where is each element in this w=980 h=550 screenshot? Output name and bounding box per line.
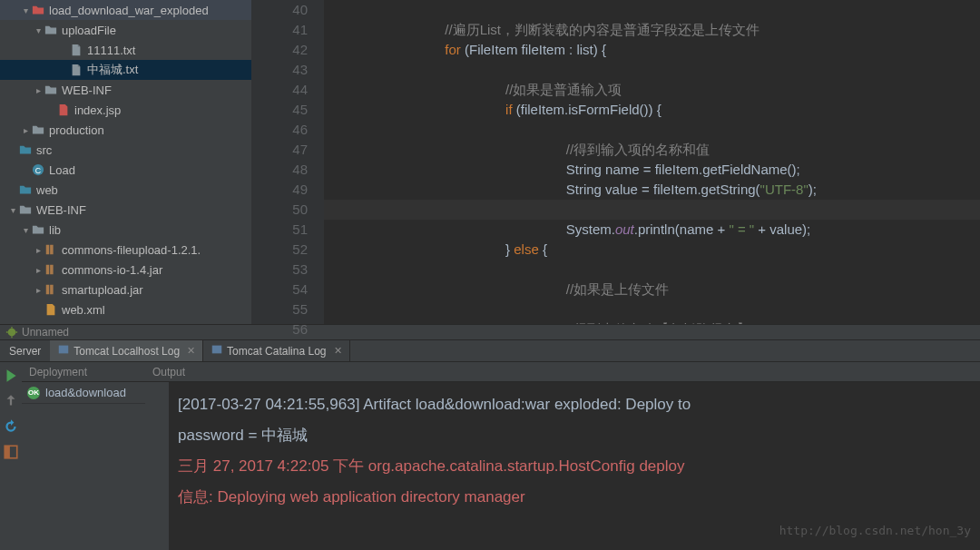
line-number: 56 xyxy=(251,319,308,339)
code-line[interactable]: System.out.println(name + " = " + value)… xyxy=(324,220,980,240)
code-line[interactable] xyxy=(324,60,980,80)
jar-icon xyxy=(44,262,58,277)
code-line[interactable] xyxy=(324,200,980,220)
tree-label: smartupload.jar xyxy=(62,283,143,297)
run-config-bar[interactable]: Unnamed xyxy=(0,324,980,340)
line-number: 44 xyxy=(251,80,308,100)
tab-label: Tomcat Localhost Log xyxy=(74,345,180,358)
tree-item[interactable]: ▾load_download_war_exploded xyxy=(0,0,251,20)
refresh-icon[interactable] xyxy=(3,418,19,435)
code-line[interactable]: String name = fileItem.getFieldName(); xyxy=(324,160,980,180)
svg-rect-9 xyxy=(59,346,69,354)
tree-label: commons-fileupload-1.2.1. xyxy=(62,243,201,257)
tree-label: src xyxy=(36,143,52,157)
svg-rect-6 xyxy=(46,285,50,295)
server-tab-label[interactable]: Server xyxy=(0,340,50,361)
tree-label: 11111.txt xyxy=(87,44,136,57)
log-tab[interactable]: Tomcat Localhost Log✕ xyxy=(50,340,203,361)
close-icon[interactable]: ✕ xyxy=(334,345,342,357)
output-toolbar xyxy=(145,382,169,550)
deployment-artifact[interactable]: OK load&download xyxy=(22,382,145,404)
tree-item[interactable]: ▾lib xyxy=(0,220,251,240)
svg-rect-12 xyxy=(5,446,10,458)
deployment-panel: Deployment OK load&download xyxy=(0,362,145,550)
svg-text:C: C xyxy=(35,166,41,175)
tree-item[interactable]: ▾uploadFile xyxy=(0,20,251,40)
tree-label: 中福城.txt xyxy=(87,62,138,78)
status-ok-icon: OK xyxy=(27,387,40,399)
watermark: http://blog.csdn.net/hon_3y xyxy=(779,516,971,546)
tree-item[interactable]: 11111.txt xyxy=(0,40,251,60)
line-number: 49 xyxy=(251,180,308,200)
folder-blue-icon xyxy=(18,182,33,197)
tree-label: production xyxy=(49,123,104,137)
code-line[interactable]: //如果是普通输入项 xyxy=(324,80,980,100)
code-line[interactable] xyxy=(324,120,980,140)
tree-arrow-icon: ▸ xyxy=(33,285,44,295)
svg-point-8 xyxy=(8,329,16,337)
svg-rect-7 xyxy=(50,285,54,295)
jar-icon xyxy=(44,242,58,257)
code-line[interactable] xyxy=(324,0,980,20)
line-number: 46 xyxy=(251,120,308,140)
log-tab[interactable]: Tomcat Catalina Log✕ xyxy=(203,340,349,361)
tree-item[interactable]: ▸WEB-INF xyxy=(0,80,251,100)
tree-item[interactable]: ▸production xyxy=(0,120,251,140)
tree-arrow-icon: ▸ xyxy=(33,85,44,95)
tree-label: Load xyxy=(49,163,75,177)
code-line[interactable]: //如果是上传文件 xyxy=(324,280,980,300)
line-number: 55 xyxy=(251,300,308,319)
tree-item[interactable]: ▸commons-fileupload-1.2.1. xyxy=(0,240,251,260)
tree-item[interactable]: 中福城.txt xyxy=(0,60,251,80)
code-line[interactable]: } else { xyxy=(324,240,980,260)
code-line[interactable]: if (fileItem.isFormField()) { xyxy=(324,100,980,120)
project-tree[interactable]: ▾load_download_war_exploded▾uploadFile11… xyxy=(0,0,251,324)
output-header: Output xyxy=(145,362,980,382)
deployment-header: Deployment xyxy=(22,362,145,382)
output-console[interactable]: [2017-03-27 04:21:55,963] Artifact load&… xyxy=(169,382,980,550)
line-number: 50 xyxy=(251,200,308,220)
tree-item[interactable]: ▸smartupload.jar xyxy=(0,280,251,300)
code-editor[interactable]: //遍历List，判断装载的内容是普通字段还是上传文件 for (FileIte… xyxy=(324,0,980,324)
line-number: 40 xyxy=(251,0,308,20)
tree-item[interactable]: web.xml xyxy=(0,300,251,319)
tree-label: web.xml xyxy=(62,303,105,317)
code-line[interactable]: //得到输入项的名称和值 xyxy=(324,140,980,160)
folder-icon xyxy=(18,202,33,217)
folder-icon xyxy=(44,23,58,37)
upload-icon[interactable] xyxy=(3,393,19,409)
line-number: 45 xyxy=(251,100,308,120)
run-icon[interactable] xyxy=(3,368,19,384)
close-icon[interactable]: ✕ xyxy=(187,345,195,357)
line-number: 53 xyxy=(251,260,308,280)
folder-icon xyxy=(44,83,58,97)
tree-item[interactable]: web xyxy=(0,180,251,200)
tree-arrow-icon: ▸ xyxy=(33,245,44,255)
jar-icon xyxy=(44,282,58,297)
tree-item[interactable]: ▾WEB-INF xyxy=(0,200,251,220)
svg-rect-10 xyxy=(212,346,222,354)
tree-label: web xyxy=(36,183,58,197)
folder-icon xyxy=(31,222,45,237)
tomcat-icon xyxy=(211,343,223,358)
class-icon: C xyxy=(31,162,45,177)
code-line[interactable]: //遍历List，判断装载的内容是普通字段还是上传文件 xyxy=(324,20,980,40)
tree-label: lib xyxy=(49,223,61,237)
tree-item[interactable]: index.jsp xyxy=(0,100,251,120)
line-number: 52 xyxy=(251,240,308,260)
tree-item[interactable]: CLoad xyxy=(0,160,251,180)
jsp-icon xyxy=(56,103,71,117)
tree-label: uploadFile xyxy=(62,24,116,37)
code-line[interactable] xyxy=(324,300,980,319)
code-line[interactable]: for (FileItem fileItem : list) { xyxy=(324,40,980,60)
code-line[interactable]: //得到上传名称【包括路径名】 xyxy=(324,319,980,324)
tree-item[interactable]: src xyxy=(0,140,251,160)
tree-label: commons-io-1.4.jar xyxy=(62,263,162,277)
line-number: 54 xyxy=(251,280,308,300)
artifact-label: load&download xyxy=(45,386,126,399)
layout-icon[interactable] xyxy=(3,444,19,460)
xml-icon xyxy=(44,302,58,317)
code-line[interactable] xyxy=(324,260,980,280)
tree-item[interactable]: ▸commons-io-1.4.jar xyxy=(0,260,251,280)
code-line[interactable]: String value = fileItem.getString("UTF-8… xyxy=(324,180,980,200)
